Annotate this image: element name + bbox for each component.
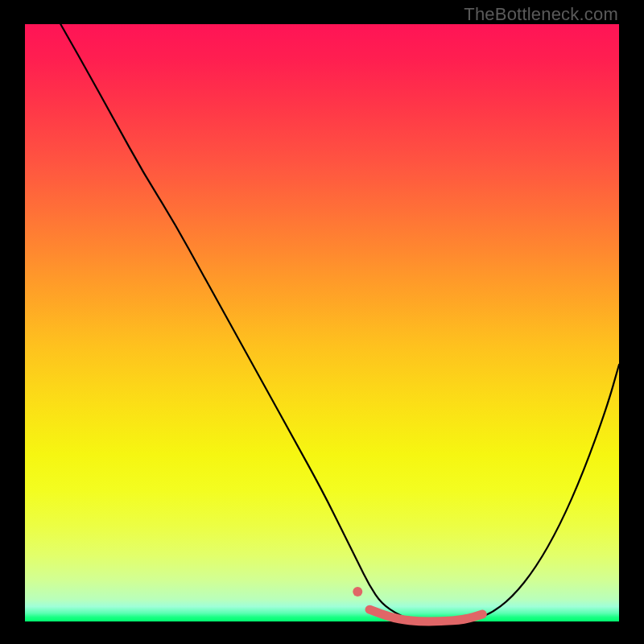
chart-frame: TheBottleneck.com [0,0,644,644]
curve-layer [25,24,619,621]
watermark-text: TheBottleneck.com [464,4,618,25]
bottleneck-curve [60,24,619,621]
highlight-start-dot [353,587,362,597]
highlight-curve [369,609,482,621]
